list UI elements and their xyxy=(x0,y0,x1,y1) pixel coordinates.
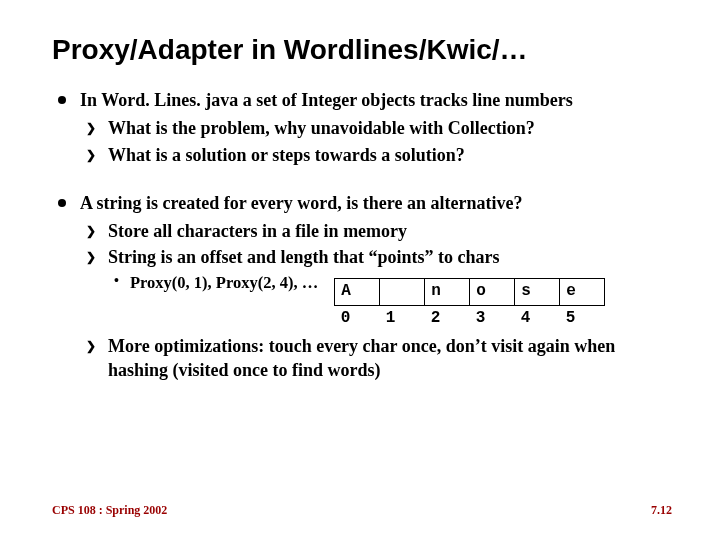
bullet-item: In Word. Lines. java a set of Integer ob… xyxy=(52,88,672,167)
sub-item: More optimizations: touch every char onc… xyxy=(80,334,672,383)
subsub-text: Proxy(0, 1), Proxy(2, 4), … xyxy=(130,272,328,293)
index-cell: 5 xyxy=(560,305,605,332)
sub-item: What is the problem, why unavoidable wit… xyxy=(80,116,672,140)
char-cell: A xyxy=(335,278,380,305)
sub-item: Store all characters in a file in memory xyxy=(80,219,672,243)
char-table-wrap: A n o s e 0 1 xyxy=(334,278,605,332)
index-cell: 1 xyxy=(380,305,425,332)
index-cell: 2 xyxy=(425,305,470,332)
bullet-list: In Word. Lines. java a set of Integer ob… xyxy=(52,88,672,167)
sub-list: Store all characters in a file in memory… xyxy=(80,219,672,382)
char-cell: o xyxy=(470,278,515,305)
sub-list: What is the problem, why unavoidable wit… xyxy=(80,116,672,167)
slide-title: Proxy/Adapter in Wordlines/Kwic/… xyxy=(52,34,672,66)
bullet-item: A string is created for every word, is t… xyxy=(52,191,672,382)
bullet-list: A string is created for every word, is t… xyxy=(52,191,672,382)
index-row: 0 1 2 3 4 5 xyxy=(335,305,605,332)
sub-item-text: String is an offset and length that “poi… xyxy=(108,247,500,267)
footer-course: CPS 108 : Spring 2002 xyxy=(52,503,167,518)
subsub-list: Proxy(0, 1), Proxy(2, 4), … A n o s xyxy=(108,272,672,332)
bullet-text: In Word. Lines. java a set of Integer ob… xyxy=(80,90,573,110)
sub-item: String is an offset and length that “poi… xyxy=(80,245,672,331)
footer-page: 7.12 xyxy=(651,503,672,518)
char-cell xyxy=(380,278,425,305)
subsub-item: Proxy(0, 1), Proxy(2, 4), … A n o s xyxy=(108,272,672,332)
char-cell: e xyxy=(560,278,605,305)
index-cell: 0 xyxy=(335,305,380,332)
index-cell: 4 xyxy=(515,305,560,332)
sub-item: What is a solution or steps towards a so… xyxy=(80,143,672,167)
slide: Proxy/Adapter in Wordlines/Kwic/… In Wor… xyxy=(0,0,720,540)
bullet-text: A string is created for every word, is t… xyxy=(80,193,522,213)
char-cell: n xyxy=(425,278,470,305)
char-cell: s xyxy=(515,278,560,305)
table-row: A n o s e xyxy=(335,278,605,305)
char-table: A n o s e 0 1 xyxy=(334,278,605,332)
index-cell: 3 xyxy=(470,305,515,332)
